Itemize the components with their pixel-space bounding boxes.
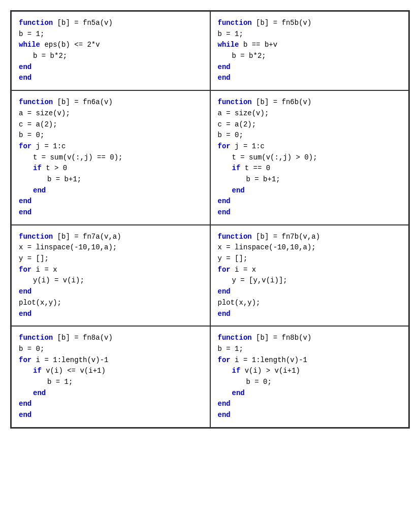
keyword: function xyxy=(19,233,53,241)
code-line: b = 0; xyxy=(19,344,203,355)
keyword: for xyxy=(19,142,31,150)
keyword: function xyxy=(218,334,252,342)
keyword: end xyxy=(218,310,231,318)
keyword: end xyxy=(218,400,231,408)
code-line: b = 1; xyxy=(19,29,203,40)
cell-fn8a: function [b] = fn8a(v) b = 0; for i = 1:… xyxy=(11,326,210,428)
code-line: t = sum(v(:,j) > 0); xyxy=(218,152,402,164)
code-line: end xyxy=(218,73,402,84)
code-line: a = size(v); xyxy=(19,108,203,119)
keyword: end xyxy=(218,411,231,419)
code-line: b = b+1; xyxy=(218,174,402,185)
keyword: if xyxy=(33,164,42,172)
keyword: end xyxy=(19,400,31,408)
keyword: if xyxy=(33,367,42,375)
code-line: for i = 1:length(v)-1 xyxy=(19,355,203,366)
code-line: function [b] = fn5b(v) xyxy=(218,18,402,29)
code-line: y = []; xyxy=(19,253,203,265)
code-line: end xyxy=(19,62,203,73)
code-line: for i = x xyxy=(218,265,402,276)
code-line: end xyxy=(19,196,203,207)
code-line: y(i) = v(i); xyxy=(19,275,203,286)
code-line: if t > 0 xyxy=(19,163,203,174)
code-line: end xyxy=(19,73,203,84)
code-line: b = b*2; xyxy=(218,51,402,62)
code-line: end xyxy=(19,399,203,410)
cell-fn6b: function [b] = fn6b(v) a = size(v); c = … xyxy=(210,90,409,225)
keyword: end xyxy=(33,186,46,194)
code-line: function [b] = fn6a(v) xyxy=(19,97,203,108)
code-line: b = 0; xyxy=(218,130,402,141)
code-line: function [b] = fn8a(v) xyxy=(19,333,203,344)
code-line: function [b] = fn7a(v,a) xyxy=(19,232,203,243)
code-line: for i = 1:length(v)-1 xyxy=(218,355,402,366)
code-line: end xyxy=(19,410,203,421)
code-grid: function [b] = fn5a(v) b = 1; while eps(… xyxy=(10,10,410,429)
code-line: end xyxy=(218,196,402,207)
code-line: function [b] = fn5a(v) xyxy=(19,18,203,29)
keyword: if xyxy=(232,164,241,172)
cell-fn5b: function [b] = fn5b(v) b = 1; while b ==… xyxy=(210,11,409,90)
cell-fn6a: function [b] = fn6a(v) a = size(v); c = … xyxy=(11,90,210,225)
keyword: end xyxy=(19,411,31,419)
keyword: end xyxy=(218,74,231,82)
code-line: end xyxy=(19,286,203,298)
code-line: end xyxy=(19,207,203,218)
code-line: b = b*2; xyxy=(19,51,203,62)
code-line: for j = 1:c xyxy=(218,141,402,152)
cell-fn8b: function [b] = fn8b(v) b = 1; for i = 1:… xyxy=(210,326,409,428)
code-line: end xyxy=(218,207,402,218)
keyword: end xyxy=(218,63,231,71)
keyword: end xyxy=(19,310,31,318)
code-line: function [b] = fn6b(v) xyxy=(218,97,402,108)
keyword: function xyxy=(218,98,252,106)
code-line: if v(i) > v(i+1) xyxy=(218,366,402,377)
keyword: function xyxy=(19,19,53,27)
code-line: b = 0; xyxy=(218,377,402,388)
keyword: while xyxy=(19,41,40,49)
keyword: end xyxy=(33,389,46,397)
cell-fn5a: function [b] = fn5a(v) b = 1; while eps(… xyxy=(11,11,210,90)
code-line: b = 1; xyxy=(218,344,402,355)
keyword: end xyxy=(19,208,31,216)
code-line: plot(x,y); xyxy=(218,298,402,309)
keyword: function xyxy=(218,233,252,241)
code-line: end xyxy=(218,410,402,421)
keyword: end xyxy=(232,186,245,194)
keyword: end xyxy=(232,389,245,397)
code-line: end xyxy=(218,388,402,399)
cell-fn7b: function [b] = fn7b(v,a) x = linspace(-1… xyxy=(210,225,409,327)
code-line: end xyxy=(19,185,203,197)
keyword: for xyxy=(19,266,31,274)
keyword: end xyxy=(218,287,231,296)
code-line: function [b] = fn8b(v) xyxy=(218,333,402,344)
code-line: while b == b+v xyxy=(218,40,402,51)
code-line: end xyxy=(218,185,402,197)
cell-fn7a: function [b] = fn7a(v,a) x = linspace(-1… xyxy=(11,225,210,327)
code-line: b = 0; xyxy=(19,130,203,141)
keyword: for xyxy=(218,356,231,364)
code-line: b = b+1; xyxy=(19,174,203,185)
code-line: x = linspace(-10,10,a); xyxy=(19,242,203,253)
code-line: if v(i) <= v(i+1) xyxy=(19,366,203,377)
keyword: if xyxy=(232,367,241,375)
code-line: while eps(b) <= 2*v xyxy=(19,40,203,51)
keyword: end xyxy=(19,63,31,71)
keyword: end xyxy=(218,197,231,205)
keyword: function xyxy=(19,334,53,342)
code-line: c = a(2); xyxy=(218,119,402,131)
code-line: t = sum(v(:,j) == 0); xyxy=(19,152,203,164)
code-line: plot(x,y); xyxy=(19,298,203,309)
keyword: end xyxy=(19,287,31,296)
keyword: end xyxy=(19,197,31,205)
code-line: end xyxy=(218,286,402,298)
code-line: y = [y,v(i)]; xyxy=(218,275,402,286)
code-line: b = 1; xyxy=(218,29,402,40)
keyword: end xyxy=(218,208,231,216)
code-line: x = linspace(-10,10,a); xyxy=(218,242,402,253)
keyword: end xyxy=(19,74,31,82)
code-line: if t == 0 xyxy=(218,163,402,174)
code-line: end xyxy=(19,309,203,320)
code-line: function [b] = fn7b(v,a) xyxy=(218,232,402,243)
keyword: for xyxy=(19,356,31,364)
